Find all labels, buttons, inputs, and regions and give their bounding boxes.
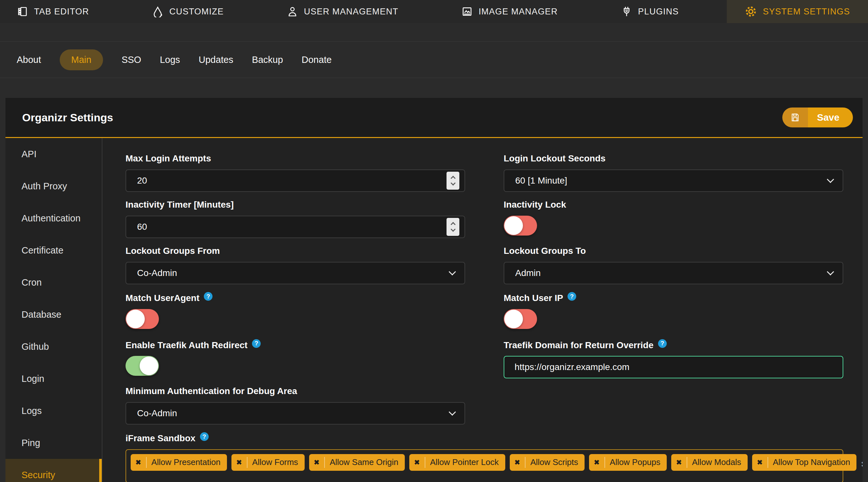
min-auth-debug-label: Minimum Authentication for Debug Area [125, 386, 465, 396]
lockout-groups-to-label: Lockout Groups To [504, 246, 843, 256]
tag-label: Allow Popups [610, 457, 661, 467]
remove-tag-icon[interactable]: ✖ [314, 458, 320, 466]
max-login-attempts-input[interactable] [137, 175, 446, 186]
sidebar-item-security[interactable]: Security [5, 459, 102, 482]
remove-tag-icon[interactable]: ✖ [594, 458, 600, 466]
sidebar-item-logs[interactable]: Logs [5, 395, 102, 427]
sidebar-item-api[interactable]: API [5, 138, 102, 170]
spinner-down-icon[interactable] [451, 227, 456, 232]
remove-tag-icon[interactable]: ✖ [135, 458, 141, 466]
subnav-item-donate[interactable]: Donate [302, 50, 332, 70]
chevron-down-icon [827, 176, 834, 183]
match-useragent-toggle[interactable] [125, 309, 159, 329]
floppy-disk-icon [790, 113, 800, 122]
help-icon[interactable]: ? [252, 339, 261, 348]
save-button[interactable]: Save [782, 107, 853, 127]
remove-tag-icon[interactable]: ✖ [757, 458, 763, 466]
min-auth-debug-select[interactable]: Co-Admin [125, 402, 465, 424]
sidebar-item-certificate[interactable]: Certificate [5, 234, 102, 266]
sandbox-tag[interactable]: ✖Allow Scripts [510, 454, 585, 471]
spinner-up-icon[interactable] [451, 222, 456, 227]
login-lockout-seconds-label: Login Lockout Seconds [504, 153, 843, 164]
help-icon[interactable]: ? [658, 339, 667, 348]
sandbox-tag[interactable]: ✖Allow Top Navigation [752, 454, 857, 471]
remove-tag-icon[interactable]: ✖ [236, 458, 242, 466]
system-settings-icon [745, 5, 757, 18]
tag-label: Allow Forms [252, 457, 298, 467]
subnav-item-logs[interactable]: Logs [160, 50, 180, 70]
tag-label: Allow Modals [692, 457, 741, 467]
select-value: Admin [515, 268, 540, 278]
nav-item-label: PLUGINS [638, 7, 679, 17]
help-icon[interactable]: ? [200, 432, 209, 441]
inactivity-lock-label: Inactivity Lock [504, 200, 843, 210]
nav-item-tab-editor[interactable]: TAB EDITOR [0, 0, 104, 23]
sandbox-tag[interactable]: ✖Allow Pointer Lock [409, 454, 505, 471]
help-icon[interactable]: ? [204, 292, 213, 301]
spinner-up-icon[interactable] [451, 176, 456, 181]
tag-label: Allow Scripts [530, 457, 578, 467]
number-spinner[interactable] [446, 172, 459, 190]
sidebar-item-auth-proxy[interactable]: Auth Proxy [5, 170, 102, 202]
tag-label: Allow Presentation [152, 457, 220, 467]
nav-item-user-management[interactable]: USER MANAGEMENT [272, 0, 413, 23]
traefik-domain-input[interactable] [504, 356, 843, 378]
lockout-groups-from-label: Lockout Groups From [125, 246, 465, 256]
sidebar-item-ping[interactable]: Ping [5, 427, 102, 459]
sandbox-tag[interactable]: ✖Allow Same Origin [309, 454, 405, 471]
number-spinner[interactable] [446, 218, 459, 236]
nav-item-label: SYSTEM SETTINGS [763, 7, 850, 17]
match-user-ip-label: Match User IP? [504, 292, 843, 303]
remove-tag-icon[interactable]: ✖ [414, 458, 420, 466]
sidebar-item-github[interactable]: Github [5, 330, 102, 363]
max-login-attempts-field [125, 169, 465, 192]
nav-item-image-manager[interactable]: IMAGE MANAGER [446, 0, 573, 23]
sidebar-item-cron[interactable]: Cron [5, 266, 102, 298]
nav-item-label: USER MANAGEMENT [304, 7, 398, 17]
sandbox-tag[interactable]: ✖Allow Forms [231, 454, 305, 471]
inactivity-timer-group: Inactivity Timer [Minutes] [125, 200, 465, 238]
subnav-item-about[interactable]: About [17, 50, 41, 70]
max-login-attempts-group: Max Login Attempts [125, 153, 465, 192]
match-useragent-label: Match UserAgent? [125, 292, 465, 303]
inactivity-timer-input[interactable] [137, 222, 446, 232]
sandbox-tag[interactable]: ✖Allow Popups [589, 454, 667, 471]
sidebar-item-login[interactable]: Login [5, 363, 102, 395]
subnav-item-main[interactable]: Main [60, 50, 103, 70]
customize-icon [152, 6, 164, 17]
tag-separator [687, 457, 687, 468]
label-text: iFrame Sandbox [125, 433, 195, 443]
label-text: Match User IP [504, 293, 563, 303]
sidebar-item-authentication[interactable]: Authentication [5, 202, 102, 234]
login-lockout-seconds-select[interactable]: 60 [1 Minute] [504, 169, 843, 192]
sandbox-tag[interactable]: ✖Allow Presentation [131, 454, 227, 471]
iframe-sandbox-tagbox[interactable]: ✖Allow Presentation ✖Allow Forms ✖Allow … [125, 449, 843, 482]
remove-tag-icon[interactable]: ✖ [676, 458, 682, 466]
subnav-item-sso[interactable]: SSO [122, 50, 141, 70]
top-navbar: TAB EDITOR CUSTOMIZE USER MANAGEMENT IMA… [0, 0, 868, 23]
nav-item-system-settings[interactable]: SYSTEM SETTINGS [727, 0, 868, 23]
sidebar-item-database[interactable]: Database [5, 298, 102, 330]
subnav-item-updates[interactable]: Updates [199, 50, 234, 70]
nav-item-plugins[interactable]: PLUGINS [606, 0, 694, 23]
inactivity-timer-label: Inactivity Timer [Minutes] [125, 200, 465, 210]
clear-tags-icon[interactable]: ✖ [861, 459, 863, 470]
help-icon[interactable]: ? [567, 292, 576, 301]
lockout-groups-from-select[interactable]: Co-Admin [125, 262, 465, 284]
match-user-ip-toggle[interactable] [504, 309, 537, 329]
security-settings-form: Max Login Attempts Login Lockout Seconds… [102, 138, 863, 481]
enable-traefik-auth-redirect-toggle[interactable] [125, 356, 159, 376]
subnav-item-backup[interactable]: Backup [252, 50, 283, 70]
match-useragent-group: Match UserAgent? [125, 292, 465, 331]
tag-separator [768, 457, 768, 468]
inactivity-lock-toggle[interactable] [504, 216, 537, 235]
nav-item-label: CUSTOMIZE [169, 7, 224, 17]
select-value: Co-Admin [137, 408, 177, 418]
inactivity-lock-group: Inactivity Lock [504, 200, 843, 238]
remove-tag-icon[interactable]: ✖ [515, 458, 520, 466]
nav-item-customize[interactable]: CUSTOMIZE [137, 0, 239, 23]
label-text: Traefik Domain for Return Override [504, 340, 654, 350]
lockout-groups-to-select[interactable]: Admin [504, 262, 843, 284]
sandbox-tag[interactable]: ✖Allow Modals [671, 454, 748, 471]
spinner-down-icon[interactable] [451, 181, 456, 186]
